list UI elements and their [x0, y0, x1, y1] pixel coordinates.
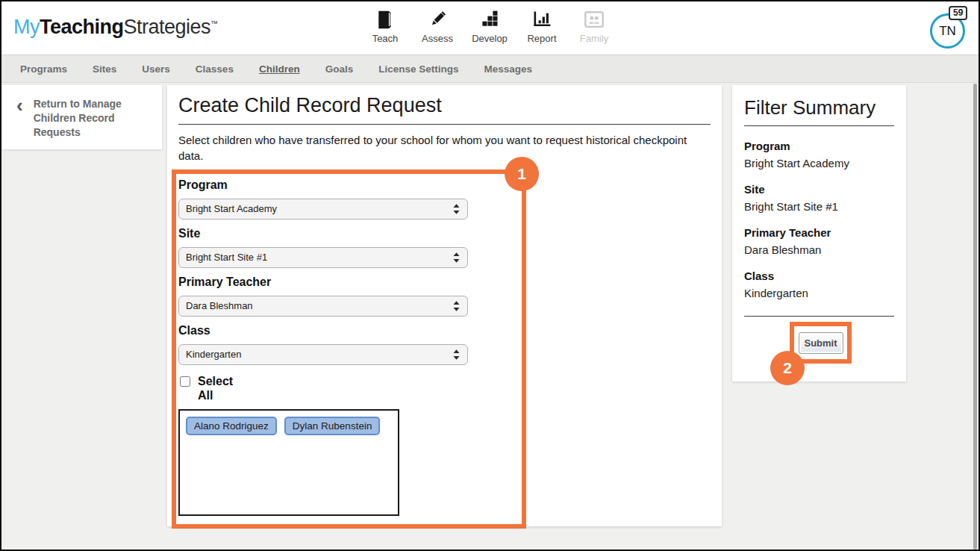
child-chip[interactable]: Dylan Rubenstein: [284, 417, 381, 435]
subnav-sites[interactable]: Sites: [93, 63, 116, 75]
notification-badge: 59: [949, 6, 967, 20]
nav-teach-label: Teach: [372, 33, 399, 44]
subnav-children[interactable]: Children: [259, 63, 300, 75]
submit-divider: [744, 316, 894, 317]
summary-program-value: Bright Start Academy: [744, 157, 894, 169]
main-panel: Create Child Record Request Select child…: [167, 85, 722, 526]
class-label: Class: [178, 324, 522, 337]
nav-family-label: Family: [580, 33, 608, 44]
summary-program-label: Program: [744, 140, 894, 152]
children-list-box: Alano Rodriguez Dylan Rubenstein: [178, 409, 399, 516]
select-arrows-icon: [452, 300, 461, 312]
site-label: Site: [178, 227, 522, 240]
nav-report-label: Report: [527, 33, 556, 44]
primary-teacher-label: Primary Teacher: [178, 276, 522, 289]
app-window: MyTeachingStrategies™ Teach Assess Devel…: [0, 0, 980, 551]
filter-summary-title: Filter Summary: [744, 96, 894, 119]
blocks-icon: [479, 7, 500, 31]
pencil-icon: [427, 7, 448, 31]
brand-logo[interactable]: MyTeachingStrategies™: [13, 16, 218, 39]
summary-class-label: Class: [744, 270, 894, 282]
family-photo-icon: [583, 7, 605, 31]
filter-summary-divider: [744, 125, 894, 126]
nav-family[interactable]: Family: [568, 7, 620, 44]
vertical-scrollbar[interactable]: [973, 84, 977, 550]
logo-trademark: ™: [210, 19, 218, 28]
select-arrows-icon: [452, 252, 461, 264]
user-menu[interactable]: TN 59: [930, 13, 966, 49]
nav-develop[interactable]: Develop: [464, 7, 516, 44]
logo-strategies: Strategies: [124, 16, 211, 38]
primary-icon-nav: Teach Assess Develop Report: [359, 7, 620, 44]
subnav-goals[interactable]: Goals: [325, 63, 354, 75]
nav-teach[interactable]: Teach: [359, 7, 411, 44]
chevron-left-icon: ‹: [16, 97, 23, 149]
page-description: Select children who have transferred to …: [178, 132, 705, 164]
primary-teacher-select[interactable]: Dara Bleshman: [178, 296, 468, 317]
filter-form-highlight-box: 1 Program Bright Start Academy Site Brig…: [172, 169, 526, 529]
back-link-label: Return to Manage Children Record Request…: [34, 97, 142, 149]
summary-site-value: Bright Start Site #1: [744, 200, 894, 213]
select-all-row: Select All: [178, 374, 522, 402]
child-chip[interactable]: Alano Rodriguez: [186, 417, 277, 435]
summary-primary-teacher-label: Primary Teacher: [744, 226, 894, 239]
submit-highlight-box: Submit 2: [790, 322, 852, 364]
subnav-classes[interactable]: Classes: [196, 63, 234, 75]
subnav-messages[interactable]: Messages: [484, 63, 532, 75]
summary-class-value: Kindergarten: [744, 287, 894, 299]
subnav-programs[interactable]: Programs: [20, 63, 67, 75]
select-arrows-icon: [452, 203, 461, 215]
nav-assess[interactable]: Assess: [411, 7, 464, 44]
nav-develop-label: Develop: [472, 33, 508, 44]
nav-report[interactable]: Report: [516, 7, 568, 44]
page-title: Create Child Record Request: [178, 94, 711, 117]
program-select-value: Bright Start Academy: [186, 203, 452, 214]
class-select-value: Kindergarten: [186, 349, 452, 360]
app-header: MyTeachingStrategies™ Teach Assess Devel…: [1, 1, 979, 55]
program-label: Program: [178, 178, 522, 192]
subnav-users[interactable]: Users: [142, 63, 170, 75]
summary-site-label: Site: [744, 183, 894, 196]
program-select[interactable]: Bright Start Academy: [178, 199, 468, 220]
nav-assess-label: Assess: [422, 33, 453, 44]
submit-button[interactable]: Submit: [799, 332, 843, 354]
subnav-license-settings[interactable]: License Settings: [378, 63, 458, 75]
select-all-label: Select All: [198, 374, 244, 402]
title-divider: [178, 124, 711, 125]
site-select-value: Bright Start Site #1: [186, 252, 452, 263]
annotation-step-2: 2: [770, 351, 805, 385]
back-link-card[interactable]: ‹ Return to Manage Children Record Reque…: [1, 85, 162, 149]
primary-teacher-select-value: Dara Bleshman: [186, 300, 452, 311]
filter-summary-panel: Filter Summary Program Bright Start Acad…: [732, 85, 906, 382]
select-all-checkbox[interactable]: [180, 376, 190, 387]
logo-my: My: [13, 16, 40, 38]
book-icon: [375, 7, 396, 31]
class-select[interactable]: Kindergarten: [178, 344, 468, 365]
bar-chart-icon: [531, 7, 552, 31]
site-select[interactable]: Bright Start Site #1: [178, 247, 468, 268]
logo-teaching: Teaching: [40, 16, 124, 38]
select-arrows-icon: [452, 349, 461, 361]
admin-subnav: Programs Sites Users Classes Children Go…: [1, 55, 979, 83]
summary-primary-teacher-value: Dara Bleshman: [744, 243, 894, 256]
annotation-step-1: 1: [505, 157, 539, 191]
